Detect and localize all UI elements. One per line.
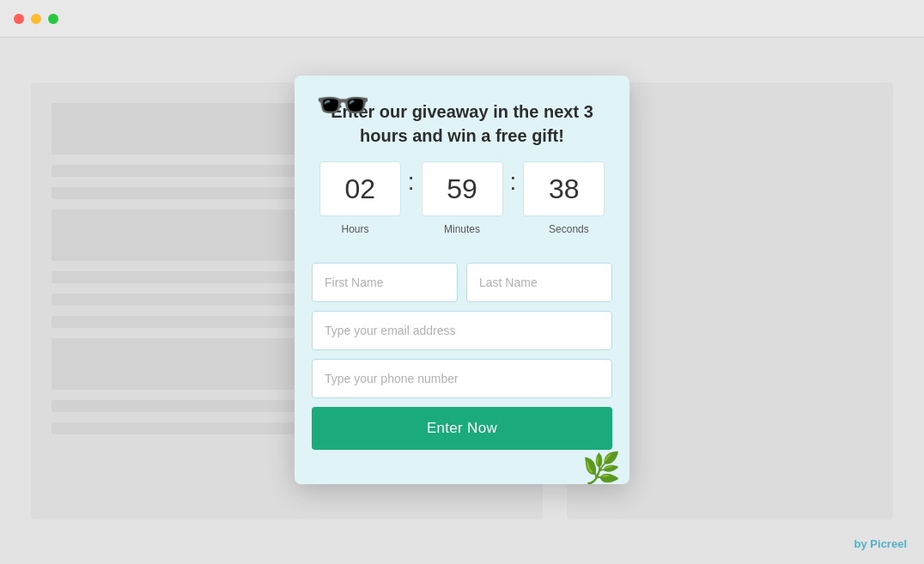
- label-spacer: [395, 223, 422, 235]
- sunglasses-emoji-icon: 🕶️: [315, 82, 371, 127]
- maximize-button-icon[interactable]: [48, 14, 58, 24]
- seconds-label: Seconds: [529, 223, 609, 235]
- minutes-block: 59: [422, 161, 503, 216]
- label-spacer-2: [502, 223, 529, 235]
- time-separator-2: :: [503, 168, 524, 196]
- popup-form: Enter Now: [295, 263, 629, 467]
- last-name-input[interactable]: [466, 263, 612, 302]
- hours-value: 02: [344, 173, 375, 205]
- close-button-icon[interactable]: [14, 14, 24, 24]
- hours-block: 02: [319, 161, 401, 216]
- popup-footer-decoration: 🌿: [295, 467, 629, 484]
- time-labels: Hours Minutes Seconds: [315, 223, 609, 235]
- first-name-input[interactable]: [312, 263, 458, 302]
- minimize-button-icon[interactable]: [31, 14, 41, 24]
- plant-decoration-icon: 🌿: [582, 453, 621, 484]
- giveaway-popup: 🕶️ Enter our giveaway in the next 3 hour…: [295, 76, 629, 484]
- phone-input[interactable]: [312, 359, 612, 398]
- minutes-value: 59: [447, 173, 477, 205]
- minutes-label: Minutes: [422, 223, 502, 235]
- page-content: 🕶️ Enter our giveaway in the next 3 hour…: [0, 38, 924, 564]
- seconds-block: 38: [523, 161, 605, 216]
- enter-now-button[interactable]: Enter Now: [312, 407, 612, 450]
- traffic-lights: [14, 14, 58, 24]
- hours-label: Hours: [315, 223, 395, 235]
- name-row: [312, 263, 612, 302]
- browser-chrome: [0, 0, 924, 38]
- seconds-value: 38: [549, 173, 580, 205]
- email-input[interactable]: [312, 311, 612, 350]
- countdown-timer: 02 : 59 : 38: [315, 161, 609, 216]
- time-separator-1: :: [401, 168, 422, 196]
- popup-header: 🕶️ Enter our giveaway in the next 3 hour…: [295, 76, 629, 263]
